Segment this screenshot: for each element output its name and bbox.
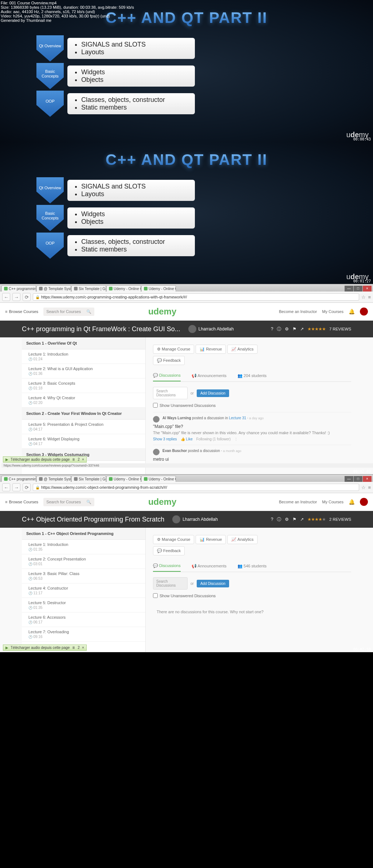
lecture-item[interactable]: Lecture 5: Destructor01:35 <box>22 598 145 613</box>
add-discussion-button[interactable]: Add Discussion <box>197 580 229 587</box>
forward-button[interactable]: → <box>12 293 20 301</box>
lecture-item[interactable]: Lecture 2: Concept Presentation03:01 <box>22 554 145 569</box>
browser-tab[interactable]: Six Template | GraphicRiv× <box>71 285 106 292</box>
back-button[interactable]: ← <box>2 293 10 301</box>
show-unanswered-checkbox[interactable] <box>153 593 158 598</box>
slide-2: C++ AND QT PART II Qt Overview SIGNALS a… <box>0 142 373 284</box>
add-discussion-button[interactable]: Add Discussion <box>197 389 229 397</box>
flag-icon[interactable]: ⚑ <box>292 326 297 332</box>
tab-discussions[interactable]: 💬 Discussions <box>153 370 181 381</box>
browser-tab[interactable]: C++ programming in Qt× <box>1 476 36 482</box>
maximize-button[interactable]: □ <box>354 286 362 292</box>
reload-button[interactable]: ⟳ <box>23 483 31 491</box>
share-icon[interactable]: ↗ <box>300 517 304 522</box>
lecture-item[interactable]: Lecture 4: Constructor11:17 <box>22 583 145 598</box>
bell-icon[interactable]: 🔔 <box>349 309 355 314</box>
browse-courses[interactable]: ≡ Browse Courses <box>5 309 38 314</box>
lecture-item[interactable]: Lecture 6: Accessors06:17 <box>22 613 145 627</box>
browser-tab[interactable]: Udemy - Online Courses f× <box>106 476 141 482</box>
minimize-button[interactable]: — <box>345 476 353 482</box>
section-header: Section 2 - Create Your First Window In … <box>22 408 145 420</box>
udemy-brand[interactable]: udemy <box>148 306 176 317</box>
search-input[interactable]: Search for Courses <box>43 498 94 506</box>
revenue-button[interactable]: 📊 Revenue <box>196 535 226 544</box>
author-avatar[interactable] <box>188 325 196 333</box>
address-bar[interactable]: 🔒https://www.udemy.com/c-object-oriented… <box>33 484 359 491</box>
tab-students[interactable]: 👥 204 students <box>237 370 267 381</box>
info-icon[interactable]: ⓘ <box>277 516 281 523</box>
revenue-button[interactable]: 📊 Revenue <box>196 345 226 354</box>
tab-discussions[interactable]: 💬 Discussions <box>153 560 181 572</box>
like-button[interactable]: 👍 Like <box>181 437 193 441</box>
bell-icon[interactable]: 🔔 <box>349 499 355 505</box>
lecture-item[interactable]: Lecture 3: Basic Pillar: Class06:53 <box>22 569 145 583</box>
close-button[interactable]: × <box>363 286 372 292</box>
maximize-button[interactable]: □ <box>354 476 362 482</box>
menu-icon[interactable]: ≡ <box>368 485 371 490</box>
lecture-item[interactable]: Lecture 1: Introduction01:35 <box>22 540 145 554</box>
gear-icon[interactable]: ⚙ <box>285 517 289 522</box>
forward-button[interactable]: → <box>12 483 20 491</box>
status-bar: https://www.udemy.com/course/reviews-pop… <box>1 463 373 468</box>
avatar[interactable] <box>360 498 368 506</box>
help-icon[interactable]: ? <box>271 326 273 332</box>
my-courses[interactable]: My Courses <box>322 500 343 504</box>
my-courses[interactable]: My Courses <box>322 309 343 314</box>
browser-tab[interactable]: Udemy - Online Courses f× <box>141 285 176 292</box>
feedback-button[interactable]: 💬 Feedback <box>153 546 185 555</box>
author-avatar[interactable] <box>172 515 180 523</box>
info-icon[interactable]: ⓘ <box>277 326 281 332</box>
tab-students[interactable]: 👥 546 students <box>237 560 267 572</box>
lecture-item[interactable]: Lecture 1: Introduction01:24 <box>22 349 145 364</box>
manage-course-button[interactable]: ⚙ Manage Course <box>153 535 194 544</box>
download-audio-bar[interactable]: Télécharger audio depuis cette page ⏸ 2 … <box>3 645 87 651</box>
download-audio-bar[interactable]: Télécharger audio depuis cette page ⏸ 2 … <box>3 456 87 463</box>
browser-tab[interactable]: Six Template | GraphicRiv× <box>71 476 106 482</box>
analytics-button[interactable]: 📈 Analytics <box>227 535 257 544</box>
menu-icon[interactable]: ≡ <box>368 294 371 300</box>
tab-announcements[interactable]: 📢 Announcements <box>192 560 227 572</box>
browser-window-2: C++ programming in Qt× @ Template System… <box>0 474 373 652</box>
udemy-brand[interactable]: udemy <box>148 497 176 507</box>
star-icon[interactable]: ☆ <box>361 485 366 490</box>
close-button[interactable]: × <box>363 476 372 482</box>
follow-button[interactable]: Following (1 follower) <box>196 437 231 441</box>
minimize-button[interactable]: — <box>345 286 353 292</box>
browser-tab[interactable]: @ Template System | Gra:× <box>36 476 71 482</box>
star-icon[interactable]: ☆ <box>361 294 366 300</box>
discussion-search[interactable]: Search Discussions <box>153 577 188 590</box>
avatar[interactable] <box>360 308 368 316</box>
browser-window-1: C++ programming in Qt× @ Template System… <box>0 284 373 474</box>
back-button[interactable]: ← <box>2 483 10 491</box>
become-instructor[interactable]: Become an Instructor <box>279 309 317 314</box>
flag-icon[interactable]: ⚑ <box>292 517 297 522</box>
lecture-item[interactable]: Lecture 5: Presentation & Project Creati… <box>22 420 145 434</box>
browse-courses[interactable]: ≡ Browse Courses <box>5 500 38 504</box>
user-avatar[interactable] <box>153 416 160 423</box>
address-bar[interactable]: 🔒https://www.udemy.com/c-programming-cre… <box>33 293 359 301</box>
discussion-search[interactable]: Search Discussions <box>153 387 188 399</box>
browser-tab[interactable]: @ Template System | Gra:× <box>36 285 71 292</box>
browser-tab[interactable]: C++ programming in Qt× <box>1 285 36 292</box>
manage-course-button[interactable]: ⚙ Manage Course <box>153 345 194 354</box>
browser-tab[interactable]: Udemy - Online Courses f× <box>141 476 176 482</box>
analytics-button[interactable]: 📈 Analytics <box>227 345 257 354</box>
browser-tab[interactable]: Udemy - Online Courses f× <box>106 285 141 292</box>
lecture-item[interactable]: Lecture 3: Basic Concepts01:18 <box>22 378 145 393</box>
show-replies[interactable]: Show 3 replies <box>153 437 177 441</box>
lecture-item[interactable]: Lecture 6: Widget Displaying04:17 <box>22 434 145 449</box>
help-icon[interactable]: ? <box>271 517 273 522</box>
reload-button[interactable]: ⟳ <box>23 293 31 301</box>
show-unanswered-checkbox[interactable] <box>153 403 158 408</box>
user-avatar[interactable] <box>153 449 160 455</box>
tab-announcements[interactable]: 📢 Announcements <box>192 370 227 381</box>
search-input[interactable]: Search for Courses <box>43 308 94 316</box>
lecture-item[interactable]: Lecture 4: Why Qt Creator02:20 <box>22 393 145 408</box>
feedback-button[interactable]: 💬 Feedback <box>153 356 185 365</box>
become-instructor[interactable]: Become an Instructor <box>279 500 317 504</box>
more-icon[interactable]: ⋮ <box>234 437 238 441</box>
share-icon[interactable]: ↗ <box>300 326 304 332</box>
lecture-item[interactable]: Lecture 7: Overloading09:16 <box>22 627 145 642</box>
lecture-item[interactable]: Lecture 2: What is a GUI Application01:3… <box>22 364 145 378</box>
gear-icon[interactable]: ⚙ <box>285 326 289 332</box>
